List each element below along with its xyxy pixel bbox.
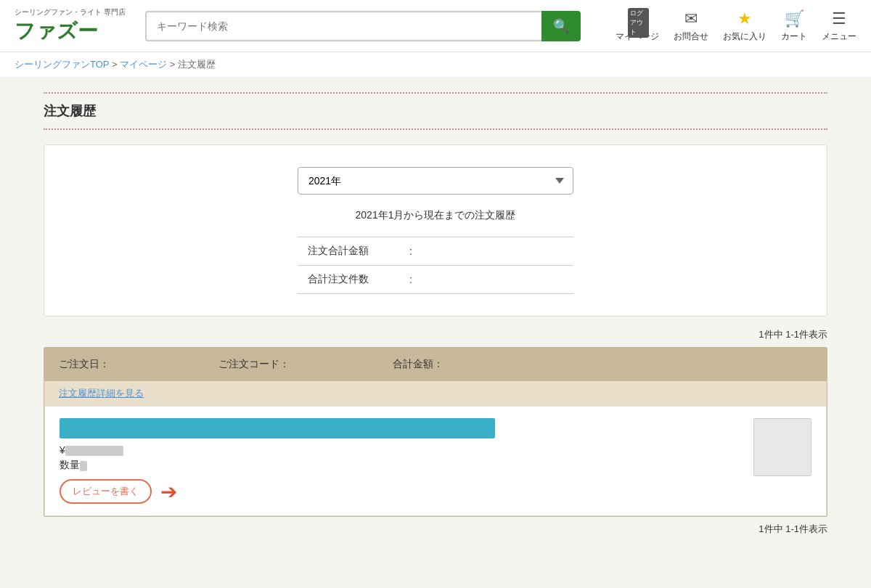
order-history-card: 2019年 2020年 2021年 2022年 2021年1月から現在までの注文… <box>44 144 827 317</box>
pagination-bottom: 1件中 1-1件表示 <box>44 523 827 536</box>
logo: ファズー <box>15 17 131 45</box>
breadcrumb-item-mypage[interactable]: マイページ <box>120 59 167 70</box>
price-prefix: ¥ <box>60 444 65 456</box>
summary-sep-count: : <box>399 266 422 294</box>
breadcrumb-sep-2: > <box>170 59 178 70</box>
cart-icon: 🛒 <box>785 9 804 28</box>
search-input[interactable] <box>145 11 541 41</box>
qty-redact <box>80 461 87 471</box>
year-select[interactable]: 2019年 2020年 2021年 2022年 <box>298 167 573 195</box>
nav-icon-wrap-mypage: 👤 ログアウト <box>628 9 647 28</box>
year-info-text: 2021年1月から現在までの注文履歴 <box>73 209 798 222</box>
breadcrumb-item-top[interactable]: シーリングファンTOP <box>15 59 109 70</box>
nav-item-favorites[interactable]: ★ お気に入り <box>723 9 766 43</box>
summary-row-total: 注文合計金額 : <box>298 237 573 266</box>
star-icon: ★ <box>737 9 752 28</box>
order-code-label: ご注文コード： <box>218 358 393 371</box>
summary-sep-total: : <box>399 237 422 266</box>
nav-item-inquiry[interactable]: ✉ お問合せ <box>674 9 708 43</box>
site-header: シーリングファン・ライト 専門店 ファズー 🔍 👤 ログアウト マイページ ✉ … <box>0 0 871 52</box>
nav-label-inquiry: お問合せ <box>674 30 708 43</box>
breadcrumb: シーリングファンTOP > マイページ > 注文履歴 <box>0 52 871 78</box>
review-btn-wrap: レビューを書く ➔ <box>60 479 742 504</box>
nav-item-menu[interactable]: ☰ メニュー <box>822 9 856 43</box>
breadcrumb-sep-1: > <box>112 59 120 70</box>
order-detail-link-area: 注文履歴詳細を見る <box>44 381 827 406</box>
item-name-bar <box>60 418 495 438</box>
mail-icon: ✉ <box>684 9 698 28</box>
order-item-info: ¥ 数量 レビューを書く ➔ <box>60 418 742 504</box>
price-redact <box>65 446 123 456</box>
summary-label-total: 注文合計金額 <box>298 237 399 266</box>
page-title: 注文履歴 <box>44 102 827 120</box>
arrow-right-icon: ➔ <box>160 480 177 504</box>
nav-label-favorites: お気に入り <box>723 30 766 43</box>
search-icon: 🔍 <box>553 19 569 33</box>
nav-item-mypage[interactable]: 👤 ログアウト マイページ <box>616 9 659 43</box>
review-button[interactable]: レビューを書く <box>60 479 152 504</box>
summary-label-count: 合計注文件数 <box>298 266 399 294</box>
order-header: ご注文日： ご注文コード： 合計金額： <box>44 348 827 381</box>
item-image <box>753 418 811 476</box>
logo-area[interactable]: シーリングファン・ライト 専門店 ファズー <box>15 7 131 45</box>
order-item-row: ¥ 数量 レビューを書く ➔ <box>44 406 827 516</box>
menu-icon: ☰ <box>832 9 846 28</box>
logo-tagline: シーリングファン・ライト 専門店 <box>15 7 131 17</box>
pagination-top: 1件中 1-1件表示 <box>44 328 827 341</box>
order-detail-link[interactable]: 注文履歴詳細を見る <box>59 388 144 399</box>
nav-label-menu: メニュー <box>822 30 856 43</box>
item-price: ¥ <box>60 444 742 456</box>
summary-table: 注文合計金額 : 合計注文件数 : <box>298 237 573 294</box>
summary-value-total <box>422 237 573 266</box>
order-block: ご注文日： ご注文コード： 合計金額： 注文履歴詳細を見る ¥ 数量 <box>44 347 827 517</box>
summary-row-count: 合計注文件数 : <box>298 266 573 294</box>
breadcrumb-item-current: 注文履歴 <box>178 59 216 70</box>
main-content: 注文履歴 2019年 2020年 2021年 2022年 2021年1月から現在… <box>0 78 871 550</box>
search-button[interactable]: 🔍 <box>541 11 581 41</box>
section-title-area: 注文履歴 <box>44 92 827 130</box>
nav-item-cart[interactable]: 🛒 カート <box>781 9 807 43</box>
item-qty: 数量 <box>60 459 742 472</box>
header-nav: 👤 ログアウト マイページ ✉ お問合せ ★ お気に入り 🛒 カート ☰ メニュ… <box>616 9 856 43</box>
year-select-wrap: 2019年 2020年 2021年 2022年 <box>73 167 798 195</box>
order-total-label: 合計金額： <box>393 358 812 371</box>
order-date-label: ご注文日： <box>59 358 218 371</box>
summary-value-count <box>422 266 573 294</box>
logout-badge: ログアウト <box>628 8 649 38</box>
search-area: 🔍 <box>145 11 581 41</box>
nav-label-cart: カート <box>781 30 807 43</box>
qty-label: 数量 <box>60 459 80 470</box>
